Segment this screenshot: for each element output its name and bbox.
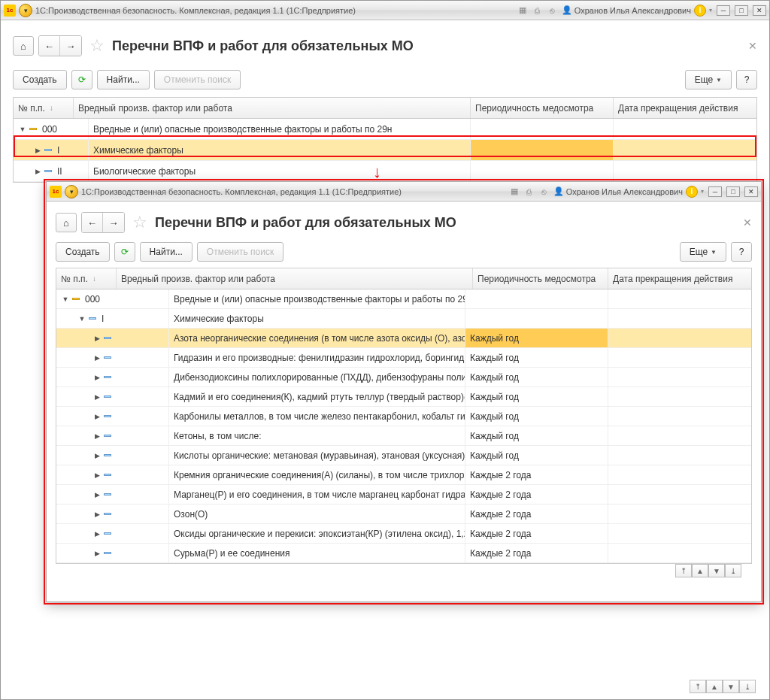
dropdown-icon[interactable]: ▾ bbox=[19, 4, 32, 17]
user-block[interactable]: 👤 Охранов Илья Александрович bbox=[562, 5, 691, 15]
col-period-header[interactable]: Периодичность медосмотра bbox=[471, 98, 614, 118]
table-row[interactable]: ▶ Марганец(Р) и его соединения, в том чи… bbox=[56, 485, 751, 505]
create-button[interactable]: Создать bbox=[13, 70, 67, 89]
minimize-button[interactable]: ─ bbox=[717, 5, 730, 16]
expand-icon[interactable]: ▶ bbox=[92, 530, 102, 538]
more-button[interactable]: Еще▼ bbox=[680, 242, 726, 262]
nav-up-button[interactable]: ▲ bbox=[692, 564, 708, 577]
table-row[interactable]: ▶ Дибензодиоксины полихлорированные (ПХД… bbox=[56, 368, 751, 387]
help-button[interactable]: ? bbox=[736, 70, 757, 89]
close-button[interactable]: ✕ bbox=[753, 5, 766, 16]
expand-icon[interactable]: ▼ bbox=[77, 315, 86, 323]
info-icon[interactable]: i bbox=[686, 186, 698, 198]
tab-close-icon[interactable]: ✕ bbox=[743, 217, 752, 229]
col-name-header[interactable]: Вредный произв. фактор или работа bbox=[117, 268, 473, 289]
col-num-header[interactable]: № п.п.↓ bbox=[14, 98, 74, 118]
expand-icon[interactable]: ▶ bbox=[92, 354, 102, 362]
sort-icon: ↓ bbox=[92, 274, 96, 283]
find-button[interactable]: Найти... bbox=[97, 70, 150, 89]
refresh-button[interactable]: ⟳ bbox=[71, 70, 92, 89]
nav-first-button[interactable]: ⤒ bbox=[675, 564, 692, 577]
nav-first-button[interactable]: ⤒ bbox=[690, 680, 706, 693]
table-row[interactable]: ▶ Азота неорганические соединения (в том… bbox=[56, 329, 751, 348]
nav-down-button[interactable]: ▼ bbox=[723, 680, 739, 693]
forward-button[interactable]: → bbox=[60, 36, 81, 56]
expand-icon[interactable]: ▶ bbox=[92, 374, 102, 381]
table-row[interactable]: ▼ I Химические факторы bbox=[56, 309, 751, 329]
calc-icon[interactable]: ▦ bbox=[517, 5, 529, 17]
nav-down-button[interactable]: ▼ bbox=[708, 564, 725, 577]
create-button[interactable]: Создать bbox=[56, 242, 110, 262]
print-icon[interactable]: ⎙ bbox=[523, 186, 535, 198]
info-icon[interactable]: i bbox=[694, 5, 706, 17]
back-button[interactable]: ← bbox=[82, 213, 103, 232]
nav-up-button[interactable]: ▲ bbox=[706, 680, 723, 693]
home-button[interactable]: ⌂ bbox=[56, 213, 77, 232]
link-icon[interactable]: ⎋ bbox=[547, 5, 559, 17]
close-button[interactable]: ✕ bbox=[744, 186, 758, 197]
back-button[interactable]: ← bbox=[39, 36, 60, 56]
user-block[interactable]: 👤 Охранов Илья Александрович bbox=[553, 186, 683, 196]
nav-last-button[interactable]: ⤓ bbox=[739, 680, 756, 693]
find-button[interactable]: Найти... bbox=[140, 242, 192, 262]
expand-icon[interactable]: ▶ bbox=[92, 413, 102, 420]
table-row[interactable]: ▶ Карбонилы металлов, в том числе железо… bbox=[56, 407, 751, 426]
maximize-button[interactable]: □ bbox=[735, 5, 748, 16]
star-icon[interactable]: ☆ bbox=[89, 36, 105, 56]
table-row[interactable]: ▼ 000 Вредные и (или) опасные производст… bbox=[56, 289, 751, 309]
col-name-header[interactable]: Вредный произв. фактор или работа bbox=[74, 98, 471, 118]
refresh-button[interactable]: ⟳ bbox=[114, 242, 135, 262]
expand-icon[interactable]: ▼ bbox=[61, 295, 70, 303]
table-row[interactable]: ▶ Кислоты органические: метановая (мурав… bbox=[56, 446, 751, 465]
calc-icon[interactable]: ▦ bbox=[508, 186, 520, 198]
table-row[interactable]: ▶ Кадмий и его соединения(К), кадмий рту… bbox=[56, 387, 751, 407]
expand-icon[interactable]: ▶ bbox=[92, 491, 102, 498]
expand-icon[interactable]: ▶ bbox=[92, 432, 102, 440]
star-icon[interactable]: ☆ bbox=[132, 213, 147, 232]
outer-window: 1c ▾ 1С:Производственная безопасность. К… bbox=[0, 0, 770, 700]
col-period-header[interactable]: Периодичность медосмотра bbox=[473, 268, 608, 289]
forward-button[interactable]: → bbox=[103, 213, 124, 232]
table-row[interactable]: ▶ Сурьма(Р) и ее соединения Каждые 2 год… bbox=[56, 544, 751, 563]
row-period: Каждый год bbox=[465, 348, 608, 367]
item-icon bbox=[104, 376, 111, 378]
table-row[interactable]: ▶ I Химические факторы bbox=[14, 140, 756, 161]
print-icon[interactable]: ⎙ bbox=[532, 5, 544, 17]
expand-icon[interactable]: ▶ bbox=[92, 452, 102, 459]
table-row[interactable]: ▼ 000 Вредные и (или) опасные производст… bbox=[14, 119, 756, 140]
info-dropdown-icon[interactable]: ▾ bbox=[701, 188, 704, 195]
item-icon bbox=[104, 415, 111, 417]
expand-icon[interactable]: ▶ bbox=[92, 335, 102, 342]
expand-icon[interactable]: ▶ bbox=[33, 168, 42, 175]
help-button[interactable]: ? bbox=[731, 242, 752, 262]
dropdown-icon[interactable]: ▾ bbox=[65, 185, 78, 198]
table-row[interactable]: ▶ II Биологические факторы bbox=[14, 161, 756, 182]
expand-icon[interactable]: ▶ bbox=[92, 393, 102, 401]
row-period: Каждый год bbox=[465, 407, 608, 426]
expand-icon[interactable]: ▶ bbox=[92, 471, 102, 479]
maximize-button[interactable]: □ bbox=[726, 186, 740, 197]
table-row[interactable]: ▶ Оксиды органические и перекиси: эпокси… bbox=[56, 524, 751, 544]
minimize-button[interactable]: ─ bbox=[708, 186, 722, 197]
table-row[interactable]: ▶ Озон(О) Каждые 2 года bbox=[56, 505, 751, 524]
table-row[interactable]: ▶ Кетоны, в том числе: Каждый год bbox=[56, 426, 751, 446]
more-button[interactable]: Еще▼ bbox=[685, 70, 732, 89]
expand-icon[interactable]: ▶ bbox=[92, 550, 102, 557]
info-dropdown-icon[interactable]: ▾ bbox=[709, 7, 712, 14]
table-row[interactable]: ▶ Гидразин и его производные: фенилгидра… bbox=[56, 348, 751, 368]
expand-icon[interactable]: ▼ bbox=[18, 126, 27, 133]
expand-icon[interactable]: ▶ bbox=[92, 511, 102, 518]
row-name: Кремния органические соединения(А) (сила… bbox=[169, 465, 465, 484]
home-button[interactable]: ⌂ bbox=[13, 36, 34, 56]
tab-close-icon[interactable]: ✕ bbox=[748, 40, 757, 52]
expand-icon[interactable]: ▶ bbox=[33, 147, 42, 154]
row-period: Каждые 2 года bbox=[465, 485, 608, 504]
table-row[interactable]: ▶ Кремния органические соединения(А) (си… bbox=[56, 465, 751, 485]
link-icon[interactable]: ⎋ bbox=[538, 186, 550, 198]
grid-header: № п.п.↓ Вредный произв. фактор или работ… bbox=[56, 268, 751, 289]
col-date-header[interactable]: Дата прекращения действия bbox=[608, 268, 751, 289]
col-num-header[interactable]: № п.п.↓ bbox=[56, 268, 117, 289]
nav-last-button[interactable]: ⤓ bbox=[725, 564, 741, 577]
col-date-header[interactable]: Дата прекращения действия bbox=[614, 98, 756, 118]
row-date bbox=[608, 524, 751, 543]
